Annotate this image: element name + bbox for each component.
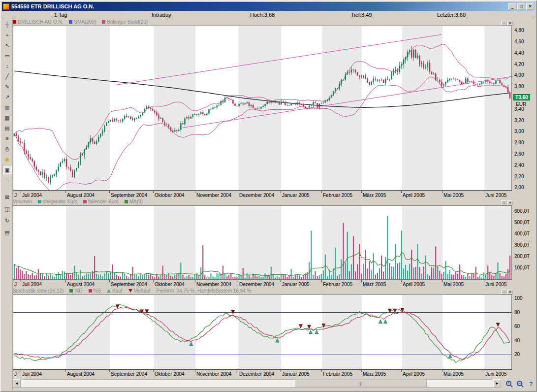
stochastic-chart[interactable] (13, 294, 512, 369)
candlestick-tool-icon[interactable]: ▥ (2, 103, 12, 112)
y-axis-label: 20 (514, 352, 520, 357)
month-tick (321, 191, 322, 193)
eraser-tool-icon[interactable]: ▭ (2, 51, 12, 61)
horizontal-scrollbar[interactable]: ◄ ||| ► (13, 379, 501, 388)
scroll-thumb[interactable]: ||| (295, 380, 427, 387)
period-selector[interactable]: 1 Tag (54, 12, 67, 18)
zoom-out-button[interactable]: − (516, 380, 526, 389)
panel-buttons: □✕ (500, 20, 513, 26)
chart-select-tool-icon[interactable]: ▣ (2, 165, 12, 174)
refresh-tool-icon[interactable]: ↻ (2, 216, 12, 226)
x-axis-month-label: April 2005 (403, 282, 425, 287)
pointer-tool-icon[interactable]: ↖ (2, 41, 12, 50)
arrow-tool-icon[interactable]: ↗ (2, 93, 12, 102)
app-window: 554550 ETR DRILLISCH AG O.N. _ □ ✕ 1 Tag… (0, 0, 537, 392)
maximize-button[interactable]: □ (517, 3, 525, 10)
save-tool-icon[interactable]: ◫ (2, 204, 12, 214)
panel-restore-button[interactable]: □ (501, 21, 506, 26)
stochastic-panel: Stochastik slow (26,12)%D%SKaufVerkaufPe… (13, 288, 537, 378)
legend-label: %S (94, 288, 101, 294)
y-axis-label: 4,00 (514, 72, 524, 78)
x-axis-month-label: September 2004 (111, 371, 147, 377)
y-axis-label: 300,0T (514, 242, 530, 248)
y-axis-label: 2,20 (514, 174, 524, 179)
zoom-in-button[interactable]: + (505, 380, 515, 389)
month-tick (21, 370, 21, 372)
month-tick (281, 370, 281, 372)
crosshair-tool-icon[interactable]: + (2, 31, 12, 40)
volume-chart[interactable] (13, 205, 512, 280)
y-axis-label: 3,00 (514, 129, 524, 134)
low-label: Tief:3,49 (351, 12, 372, 18)
x-axis-month-label: Juli 2004 (22, 193, 42, 198)
help-button[interactable]: ? (527, 380, 537, 389)
panel-close-button[interactable]: ✕ (507, 290, 513, 294)
y-axis-label: 2,40 (514, 163, 524, 168)
panel-buttons: □✕ (500, 289, 513, 294)
panel-restore-button[interactable]: □ (501, 200, 506, 205)
legend-item[interactable]: Bollinger Band(20) (102, 19, 148, 25)
scroll-left-button[interactable]: ◄ (13, 379, 21, 388)
panel-restore-button[interactable]: □ (501, 290, 506, 294)
legend-item[interactable]: SMA(200) (69, 19, 96, 25)
price-chart[interactable] (13, 26, 512, 191)
alarm-bell-icon[interactable]: ◉ (2, 155, 12, 164)
x-axis-month-label: Juni 2005 (485, 193, 506, 198)
legend-item[interactable]: %S (89, 288, 101, 294)
info-bar: 1 Tag Intraday Hoch:3,68 Tief:3,49 Letzt… (2, 11, 535, 19)
title-bar[interactable]: 554550 ETR DRILLISCH AG O.N. _ □ ✕ (2, 2, 535, 11)
price-panel: DRILLISCH AG O.N.SMA(200)Bollinger Band(… (13, 19, 537, 199)
legend-item[interactable]: %D (69, 288, 82, 294)
legend-item[interactable]: Perform: 34,75 %, HandelsSystem 16,94 % (157, 288, 252, 294)
minimize-button[interactable]: _ (508, 3, 516, 10)
trendline-tool-icon[interactable]: ╱ (2, 72, 12, 81)
month-tick (238, 191, 238, 193)
legend-item[interactable]: Stochastik slow (26,12) (13, 288, 63, 294)
legend-label: MA(9) (129, 199, 143, 204)
y-axis-label: 100,0T (514, 265, 530, 270)
legend-item[interactable]: DRILLISCH AG O.N. (13, 19, 63, 25)
legend-item[interactable]: MA(9) (125, 199, 143, 204)
x-axis-month-label: August 2004 (67, 193, 95, 198)
x-axis-month-label: März 2005 (363, 371, 386, 377)
month-tick (153, 280, 154, 282)
app-icon (3, 3, 9, 10)
month-tick (65, 280, 66, 282)
close-button[interactable]: ✕ (526, 3, 534, 10)
month-tick (195, 280, 195, 282)
y-axis-label: 3,80 (514, 84, 524, 89)
grid-tool-icon[interactable]: ▦ (2, 113, 12, 123)
legend-item[interactable]: Kauf (107, 288, 123, 294)
pencil-tool-icon[interactable]: ✎ (2, 82, 12, 92)
forward-tool-icon[interactable]: → (2, 175, 12, 185)
month-tick (238, 370, 238, 372)
month-tick (361, 191, 362, 193)
x-axis-month-label: April 2005 (403, 371, 425, 377)
legend-item[interactable]: fallender Kurs (83, 199, 119, 204)
legend-item[interactable]: steigender Kurs (38, 199, 77, 204)
vertical-line-tool-icon[interactable]: ↕ (2, 62, 12, 71)
print-tool-icon[interactable]: ▤ (2, 228, 12, 237)
legend-item[interactable]: Volumen (13, 199, 32, 204)
levels-tool-icon[interactable]: ≡ (2, 134, 12, 143)
columns-tool-icon[interactable]: ▤ (2, 124, 12, 133)
buy-triangle-icon (107, 289, 111, 293)
y-axis-label: 4,20 (514, 62, 524, 67)
volume-y-axis: 600,0T500,0T400,0T300,0T200,0T100,0T (513, 205, 537, 280)
pan-tool-icon[interactable]: ┼ (2, 20, 12, 30)
legend-swatch (69, 289, 73, 293)
x-axis-month-label: September 2004 (111, 193, 147, 198)
panel-close-button[interactable]: ✕ (507, 21, 513, 26)
legend-item[interactable]: Verkauf (128, 288, 151, 294)
legend-label: Volumen (13, 199, 32, 204)
legend-label: SMA(200) (74, 19, 96, 25)
panel-close-button[interactable]: ✕ (507, 200, 513, 205)
legend-label: Perform: 34,75 %, HandelsSystem 16,94 % (157, 288, 252, 294)
y-axis-label: 4,60 (514, 39, 524, 44)
x-axis-month-label: Dezember 2004 (239, 371, 274, 377)
circle-tool-icon[interactable]: ◎ (2, 144, 12, 154)
scroll-right-button[interactable]: ► (493, 379, 501, 388)
x-axis-month-label: Februar 2005 (323, 371, 352, 377)
scroll-track[interactable]: ||| (21, 379, 493, 388)
trash-tool-icon[interactable]: ⊠ (2, 193, 12, 202)
